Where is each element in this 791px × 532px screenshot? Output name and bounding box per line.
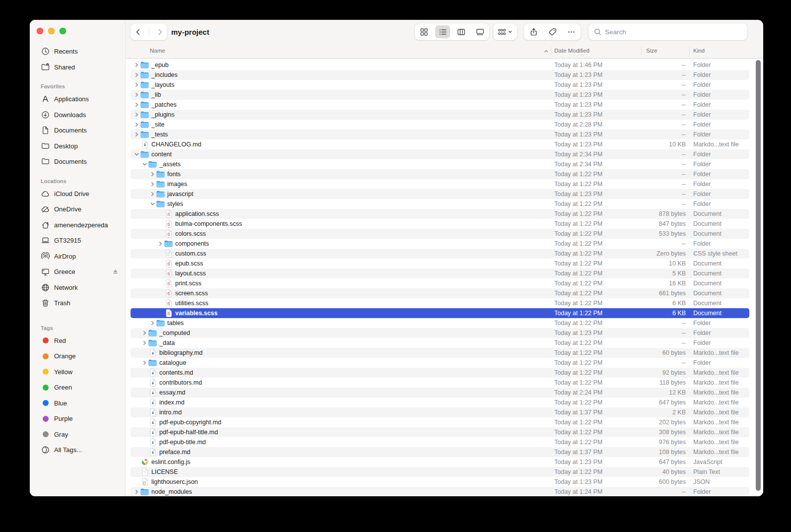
file-row[interactable]: tables Today at 1:22 PM -- Folder	[131, 318, 749, 328]
sidebar-item-airdrop[interactable]: AirDrop	[30, 249, 125, 265]
disclosure-triangle-icon[interactable]	[141, 360, 148, 365]
file-row[interactable]: S bulma-components.scss Today at 1:22 PM…	[131, 219, 749, 229]
file-row[interactable]: LICENSE Today at 1:22 PM 40 bytes Plain …	[131, 467, 749, 477]
file-row[interactable]: intro.md Today at 1:37 PM 2 KB Markdo...…	[131, 407, 749, 417]
file-row[interactable]: eslint.config.js Today at 1:23 PM 647 by…	[131, 457, 749, 467]
file-row[interactable]: S utilities.scss Today at 1:22 PM 6 KB D…	[131, 298, 749, 308]
disclosure-triangle-icon[interactable]	[149, 192, 156, 197]
disclosure-triangle-icon[interactable]	[133, 63, 140, 67]
file-row[interactable]: pdf-epub-copyright.md Today at 1:22 PM 2…	[131, 417, 749, 427]
sidebar-item-shared[interactable]: Shared	[30, 60, 125, 75]
file-row[interactable]: _assets Today at 2:34 PM -- Folder	[131, 159, 749, 169]
disclosure-triangle-icon[interactable]	[133, 132, 140, 137]
file-row[interactable]: javascript Today at 1:23 PM -- Folder	[131, 189, 749, 199]
disclosure-triangle-icon[interactable]	[149, 172, 156, 177]
file-row[interactable]: pdf-epub-half-title.md Today at 1:22 PM …	[131, 427, 749, 437]
file-row[interactable]: S variables.scss Today at 1:22 PM 6 KB D…	[131, 308, 749, 318]
file-row[interactable]: _lib Today at 1:23 PM -- Folder	[131, 90, 749, 100]
column-header-name[interactable]: Name	[150, 48, 165, 54]
sidebar-item-network[interactable]: Network	[30, 280, 125, 296]
sidebar-item-icloud-drive[interactable]: iCloud Drive	[30, 186, 125, 202]
disclosure-triangle-icon[interactable]	[149, 201, 156, 206]
vertical-scrollbar[interactable]	[756, 60, 761, 491]
disclosure-triangle-icon[interactable]	[133, 112, 140, 117]
column-view-button[interactable]	[453, 23, 470, 40]
eject-icon[interactable]	[112, 268, 119, 275]
sidebar-item-downloads[interactable]: Downloads	[30, 107, 125, 123]
file-row[interactable]: bibliography.md Today at 1:22 PM 60 byte…	[131, 348, 749, 358]
file-row[interactable]: _tests Today at 1:23 PM -- Folder	[131, 130, 749, 139]
sidebar-item-purple[interactable]: Purple	[30, 411, 125, 427]
share-button[interactable]	[529, 23, 538, 40]
sidebar-item-desktop[interactable]: Desktop	[30, 138, 125, 154]
file-row[interactable]: images Today at 1:22 PM -- Folder	[131, 179, 749, 189]
sidebar-item-all-tags[interactable]: All Tags...	[30, 442, 125, 458]
disclosure-triangle-icon[interactable]	[133, 102, 140, 107]
disclosure-triangle-icon[interactable]	[149, 321, 156, 326]
sidebar-item-recents[interactable]: Recents	[30, 44, 125, 60]
icon-view-button[interactable]	[416, 23, 433, 40]
sidebar-item-gray[interactable]: Gray	[30, 427, 125, 443]
close-button[interactable]	[37, 28, 43, 34]
file-row[interactable]: _layouts Today at 1:23 PM -- Folder	[131, 80, 749, 90]
file-row[interactable]: S application.scss Today at 1:22 PM 878 …	[131, 209, 749, 219]
file-row[interactable]: S colors.scss Today at 1:22 PM 533 bytes…	[131, 229, 749, 239]
zoom-button[interactable]	[60, 28, 66, 34]
file-row[interactable]: S print.scss Today at 1:22 PM 16 KB Docu…	[131, 278, 749, 288]
gallery-view-button[interactable]	[471, 23, 488, 40]
search-field[interactable]: Search	[589, 23, 747, 40]
file-row[interactable]: contents.md Today at 1:22 PM 92 bytes Ma…	[131, 368, 749, 378]
file-row[interactable]: index.md Today at 1:22 PM 647 bytes Mark…	[131, 398, 749, 407]
forward-button[interactable]	[156, 23, 164, 40]
disclosure-triangle-icon[interactable]	[141, 162, 148, 167]
minimize-button[interactable]	[48, 28, 55, 34]
disclosure-triangle-icon[interactable]	[141, 331, 148, 335]
sidebar-item-documents[interactable]: Documents	[30, 123, 125, 138]
sidebar-item-orange[interactable]: Orange	[30, 348, 125, 364]
file-row[interactable]: _plugins Today at 1:23 PM -- Folder	[131, 110, 749, 120]
file-row[interactable]: S epub.scss Today at 1:22 PM 10 KB Docum…	[131, 259, 749, 268]
column-header-date[interactable]: Date Modified	[554, 48, 590, 54]
file-row[interactable]: _computed Today at 1:23 PM -- Folder	[131, 328, 749, 338]
sidebar-item-yellow[interactable]: Yellow	[30, 364, 125, 380]
disclosure-triangle-icon[interactable]	[133, 72, 140, 77]
file-row[interactable]: S screen.scss Today at 1:22 PM 661 bytes…	[131, 288, 749, 298]
file-row[interactable]: pdf-epub-title.md Today at 1:22 PM 976 b…	[131, 437, 749, 447]
column-header-kind[interactable]: Kind	[693, 48, 705, 54]
file-row[interactable]: CHANGELOG.md Today at 1:23 PM 10 KB Mark…	[131, 139, 749, 149]
tags-button[interactable]	[548, 23, 557, 40]
file-row[interactable]: styles Today at 1:22 PM -- Folder	[131, 199, 749, 209]
disclosure-triangle-icon[interactable]	[149, 182, 156, 187]
disclosure-triangle-icon[interactable]	[133, 489, 140, 494]
more-button[interactable]	[567, 23, 576, 40]
list-view-button[interactable]	[434, 23, 451, 40]
back-button[interactable]	[134, 23, 142, 40]
file-row[interactable]: contributors.md Today at 1:22 PM 118 byt…	[131, 378, 749, 388]
file-row[interactable]: _epub Today at 1:46 PM -- Folder	[131, 60, 749, 70]
file-row[interactable]: custom.css Today at 1:22 PM Zero bytes C…	[131, 249, 749, 259]
sidebar-item-trash[interactable]: Trash	[30, 295, 125, 311]
file-row[interactable]: fonts Today at 1:22 PM -- Folder	[131, 169, 749, 179]
file-row[interactable]: _site Today at 2:28 PM -- Folder	[131, 120, 749, 130]
file-row[interactable]: _patches Today at 1:23 PM -- Folder	[131, 100, 749, 110]
file-row[interactable]: {} lighthouserc.json Today at 1:23 PM 60…	[131, 477, 749, 487]
disclosure-triangle-icon[interactable]	[133, 152, 140, 157]
file-row[interactable]: _data Today at 1:22 PM -- Folder	[131, 338, 749, 348]
file-row[interactable]: content Today at 2:34 PM -- Folder	[131, 149, 749, 159]
disclosure-triangle-icon[interactable]	[133, 92, 140, 97]
group-by-button[interactable]	[498, 23, 513, 40]
file-row[interactable]: preface.md Today at 1:37 PM 108 bytes Ma…	[131, 447, 749, 457]
file-row[interactable]: S layout.scss Today at 1:22 PM 5 KB Docu…	[131, 268, 749, 278]
sidebar-item-blue[interactable]: Blue	[30, 396, 125, 411]
sidebar-item-amenendezpereda[interactable]: amenendezpereda	[30, 217, 125, 233]
sidebar-item-green[interactable]: Green	[30, 380, 125, 396]
disclosure-triangle-icon[interactable]	[133, 82, 140, 87]
file-row[interactable]: _includes Today at 1:23 PM -- Folder	[131, 70, 749, 80]
sidebar-item-red[interactable]: Red	[30, 333, 125, 349]
sidebar-item-documents[interactable]: Documents	[30, 154, 125, 170]
file-row[interactable]: essay.md Today at 2:24 PM 12 KB Markdo..…	[131, 388, 749, 398]
file-row[interactable]: node_modules Today at 1:24 PM -- Folder	[131, 487, 749, 496]
file-row[interactable]: components Today at 1:22 PM -- Folder	[131, 239, 749, 249]
file-row[interactable]: catalogue Today at 1:22 PM -- Folder	[131, 358, 749, 368]
disclosure-triangle-icon[interactable]	[141, 340, 148, 345]
